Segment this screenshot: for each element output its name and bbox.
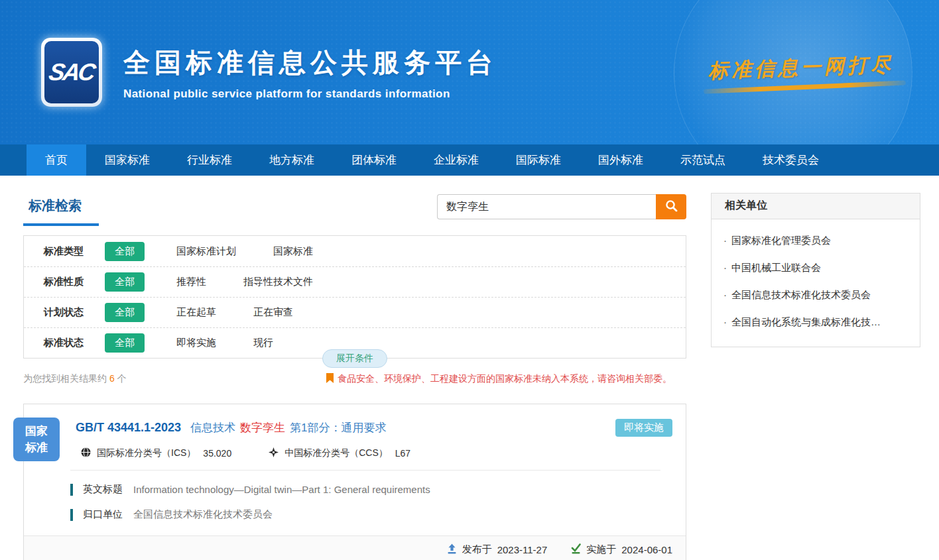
nav-item-industry-standards[interactable]: 行业标准: [168, 144, 251, 176]
filter-row-plan-status: 计划状态 全部 正在起草 正在审查: [24, 297, 686, 327]
nav-item-home[interactable]: 首页: [27, 144, 86, 176]
filter-option[interactable]: 指导性技术文件: [243, 276, 313, 288]
standard-title-part2: 第1部分：通用要求: [290, 420, 386, 435]
ics-classification: 国际标准分类号（ICS） 35.020: [81, 447, 231, 459]
filter-all-button[interactable]: 全部: [105, 242, 145, 261]
search-input[interactable]: [437, 194, 656, 219]
related-units-panel: 相关单位 国家标准化管理委员会 中国机械工业联合会 全国信息技术标准化技术委员会…: [711, 193, 920, 347]
filter-option[interactable]: 国家标准: [273, 245, 313, 258]
standard-title-part1: 信息技术: [190, 420, 235, 435]
nav-item-international-standards[interactable]: 国际标准: [497, 144, 580, 176]
filter-label: 计划状态: [44, 306, 105, 319]
committee-label: 归口单位: [83, 508, 123, 521]
globe-icon: [81, 447, 91, 459]
filter-option[interactable]: 现行: [253, 337, 273, 349]
sac-logo-text: SAC: [47, 58, 96, 86]
english-title-label: 英文标题: [83, 483, 123, 496]
standard-result-card: 国家 标准 GB/T 43441.1-2023 信息技术 数字孪生 第1部分：通…: [23, 404, 686, 560]
implement-date-value: 2024-06-01: [621, 544, 672, 555]
sac-logo-box: SAC: [44, 41, 99, 103]
compass-icon: [269, 447, 279, 459]
related-unit-link[interactable]: 国家标准化管理委员会: [723, 227, 908, 254]
filter-option[interactable]: 国家标准计划: [176, 245, 236, 258]
card-footer: 发布于 2023-11-27 实施于 2024-06-01: [24, 535, 686, 560]
ics-value: 35.020: [203, 448, 231, 459]
nav-item-national-standards[interactable]: 国家标准: [86, 144, 168, 176]
status-badge: 即将实施: [615, 419, 672, 437]
committee-value: 全国信息技术标准化技术委员会: [133, 508, 273, 521]
filter-label: 标准类型: [44, 245, 105, 258]
result-count: 为您找到相关结果约6个: [23, 373, 127, 385]
standard-title-link[interactable]: GB/T 43441.1-2023 信息技术 数字孪生 第1部分：通用要求: [76, 420, 387, 435]
implement-date: 实施于 2024-06-01: [571, 543, 672, 556]
nav-item-technical-committees[interactable]: 技术委员会: [744, 144, 838, 176]
nav-item-pilot[interactable]: 示范试点: [662, 144, 744, 176]
filter-all-button[interactable]: 全部: [105, 303, 145, 322]
filter-option[interactable]: 即将实施: [176, 337, 216, 349]
search-box: [437, 194, 686, 219]
committee-row: 归口单位 全国信息技术标准化技术委员会: [70, 508, 672, 521]
filter-option[interactable]: 正在审查: [253, 306, 293, 319]
bookmark-icon: [326, 373, 334, 385]
filter-all-button[interactable]: 全部: [105, 272, 145, 292]
implement-label: 实施于: [586, 543, 616, 556]
nav-item-foreign-standards[interactable]: 国外标准: [580, 144, 662, 176]
ics-label: 国际标准分类号（ICS）: [97, 447, 196, 459]
publish-icon: [447, 543, 457, 556]
english-title-row: 英文标题 Information technology—Digital twin…: [70, 483, 672, 496]
related-unit-link[interactable]: 中国机械工业联合会: [723, 254, 908, 282]
site-subtitle: National public service platform for sta…: [123, 87, 497, 101]
result-count-suffix: 个: [117, 373, 127, 384]
badge-line2: 标准: [13, 439, 60, 457]
check-icon: [571, 543, 581, 556]
ccs-value: L67: [395, 448, 410, 459]
standard-search-tab[interactable]: 标准检索: [23, 193, 99, 226]
filter-row-standard-nature: 标准性质 全部 推荐性 指导性技术文件: [24, 266, 686, 297]
related-units-title: 相关单位: [712, 194, 920, 219]
national-standard-badge[interactable]: 国家 标准: [13, 418, 60, 461]
standard-code: GB/T 43441.1-2023: [76, 421, 181, 435]
ccs-label: 中国标准分类号（CCS）: [284, 447, 388, 459]
main-nav: 首页 国家标准 行业标准 地方标准 团体标准 企业标准 国际标准 国外标准 示范…: [0, 144, 939, 176]
filter-label: 标准性质: [44, 276, 105, 288]
expand-conditions-button[interactable]: 展开条件: [322, 349, 387, 368]
filter-option[interactable]: 正在起草: [176, 306, 216, 319]
publish-label: 发布于: [462, 543, 492, 556]
site-title: 全国标准信息公共服务平台: [123, 44, 497, 81]
result-count-number: 6: [109, 373, 115, 384]
teal-marker: [70, 509, 73, 521]
filter-row-standard-type: 标准类型 全部 国家标准计划 国家标准: [24, 236, 686, 266]
publish-date-value: 2023-11-27: [497, 544, 548, 555]
system-notice: 食品安全、环境保护、工程建设方面的国家标准未纳入本系统，请咨询相关部委。: [326, 373, 686, 385]
ccs-classification: 中国标准分类号（CCS） L67: [269, 447, 410, 459]
nav-item-group-standards[interactable]: 团体标准: [333, 144, 415, 176]
nav-item-local-standards[interactable]: 地方标准: [251, 144, 333, 176]
teal-marker: [70, 484, 73, 496]
related-unit-link[interactable]: 全国自动化系统与集成标准化技…: [723, 309, 908, 336]
standard-title-highlight: 数字孪生: [240, 420, 285, 435]
filter-option[interactable]: 推荐性: [176, 276, 206, 288]
english-title-value: Information technology—Digital twin—Part…: [133, 484, 430, 495]
publish-date: 发布于 2023-11-27: [447, 543, 548, 556]
sac-logo[interactable]: SAC: [41, 38, 102, 107]
filter-panel: 标准类型 全部 国家标准计划 国家标准 标准性质 全部 推荐性 指导性技术文件 …: [23, 235, 686, 359]
search-button[interactable]: [656, 194, 686, 219]
filter-label: 标准状态: [44, 337, 105, 349]
notice-text: 食品安全、环境保护、工程建设方面的国家标准未纳入本系统，请咨询相关部委。: [338, 373, 672, 385]
nav-item-enterprise-standards[interactable]: 企业标准: [415, 144, 497, 176]
search-icon: [665, 199, 678, 214]
badge-line1: 国家: [13, 423, 60, 440]
result-count-prefix: 为您找到相关结果约: [23, 373, 107, 384]
related-unit-link[interactable]: 全国信息技术标准化技术委员会: [723, 282, 908, 309]
site-banner: SAC 全国标准信息公共服务平台 National public service…: [0, 0, 939, 144]
